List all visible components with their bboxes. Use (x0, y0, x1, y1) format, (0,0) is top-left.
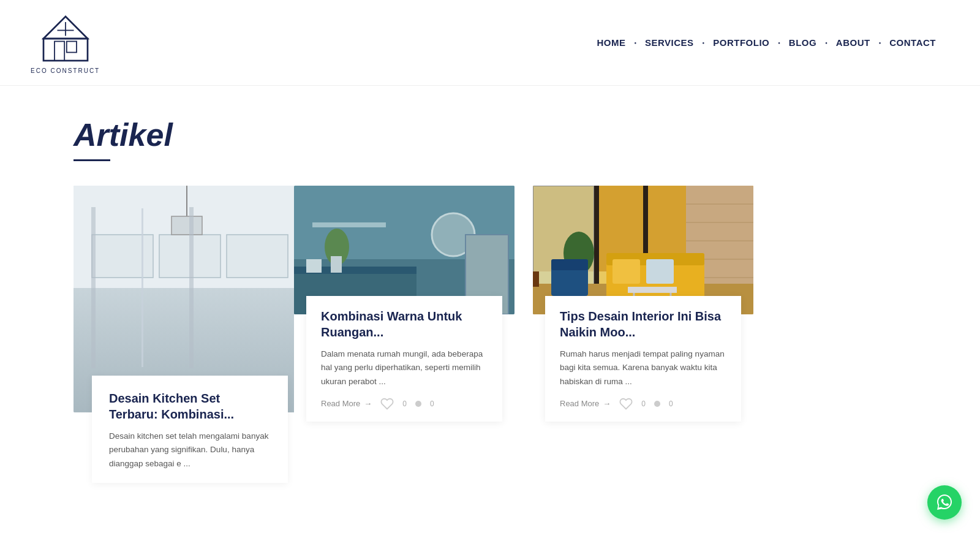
svg-rect-37 (331, 256, 342, 273)
arrow-icon-3: → (603, 399, 611, 408)
svg-rect-53 (612, 259, 640, 284)
nav-services[interactable]: SERVICES (638, 32, 701, 53)
card-image-3 (533, 186, 753, 314)
card-2-excerpt: Dalam menata rumah mungil, ada beberapa … (321, 347, 488, 388)
nav-dot-3: ● (778, 41, 780, 45)
svg-rect-24 (208, 363, 224, 366)
svg-rect-17 (172, 216, 202, 235)
header: ECO CONSTRUCT HOME ● SERVICES ● PORTFOLI… (0, 0, 980, 86)
svg-rect-20 (153, 363, 168, 366)
card-1-excerpt: Desain kitchen set telah mengalami banya… (109, 430, 271, 471)
heart-icon-3[interactable] (619, 397, 633, 411)
read-more-btn-3[interactable]: Read More → (560, 399, 611, 408)
nav-dot-2: ● (703, 41, 705, 45)
nav-dot-5: ● (879, 41, 881, 45)
page-title: Artikel (74, 116, 943, 153)
like-count-3: 0 (641, 400, 646, 408)
article-card-3: Tips Desain Interior Ini Bisa Naikin Moo… (533, 186, 766, 422)
article-card-1: Desain Kitchen Set Terbaru: Kombinasi...… (74, 186, 306, 483)
svg-rect-60 (628, 287, 677, 293)
nav-about[interactable]: ABOUT (829, 32, 878, 53)
svg-rect-0 (43, 39, 88, 61)
nav-blog[interactable]: BLOG (782, 32, 824, 53)
logo-text: ECO CONSTRUCT (31, 67, 100, 74)
svg-rect-3 (66, 42, 76, 53)
card-3-title: Tips Desain Interior Ini Bisa Naikin Moo… (560, 308, 726, 340)
nav: HOME ● SERVICES ● PORTFOLIO ● BLOG ● ABO… (589, 32, 943, 53)
svg-rect-22 (181, 363, 196, 366)
card-3-text: Tips Desain Interior Ini Bisa Naikin Moo… (545, 296, 741, 422)
nav-dot-4: ● (825, 41, 827, 45)
svg-rect-2 (55, 42, 64, 61)
nav-home[interactable]: HOME (589, 32, 633, 53)
svg-rect-10 (159, 235, 221, 278)
articles-grid: Desain Kitchen Set Terbaru: Kombinasi...… (74, 186, 943, 483)
card-2-footer: Read More → 0 0 (321, 397, 488, 411)
nav-dot-1: ● (634, 41, 636, 45)
card-2-text: Kombinasi Warna Untuk Ruangan... Dalam m… (306, 296, 502, 422)
svg-rect-13 (86, 327, 288, 336)
comment-count-2: 0 (430, 400, 434, 408)
title-underline (74, 159, 110, 161)
main-content: Artikel (0, 86, 980, 520)
logo-area: ECO CONSTRUCT (31, 11, 100, 74)
card-1-title: Desain Kitchen Set Terbaru: Kombinasi... (109, 390, 271, 422)
dot-icon-3 (654, 401, 660, 407)
card-image-2 (294, 186, 514, 314)
svg-rect-56 (533, 271, 539, 287)
arrow-icon-2: → (364, 399, 372, 408)
svg-rect-9 (92, 235, 153, 278)
svg-rect-18 (251, 296, 288, 376)
svg-rect-54 (646, 259, 674, 284)
dot-icon-2 (415, 401, 421, 407)
whatsapp-fab[interactable] (927, 485, 962, 520)
room-svg-3 (533, 186, 753, 314)
logo-icon (38, 11, 93, 66)
card-1-text: Desain Kitchen Set Terbaru: Kombinasi...… (92, 376, 288, 483)
svg-rect-59 (551, 259, 588, 270)
svg-rect-36 (306, 259, 322, 273)
whatsapp-icon (935, 493, 954, 512)
card-3-footer: Read More → 0 0 (560, 397, 726, 411)
heart-icon-2[interactable] (380, 397, 394, 411)
read-more-btn-2[interactable]: Read More → (321, 399, 372, 408)
article-card-2: Kombinasi Warna Untuk Ruangan... Dalam m… (294, 186, 527, 422)
room-svg-2 (294, 186, 514, 314)
nav-portfolio[interactable]: PORTFOLIO (706, 32, 777, 53)
comment-count-3: 0 (669, 400, 673, 408)
card-3-excerpt: Rumah harus menjadi tempat paling nyaman… (560, 347, 726, 388)
nav-contact[interactable]: CONTACT (882, 32, 943, 53)
svg-rect-29 (312, 222, 386, 227)
like-count-2: 0 (402, 400, 407, 408)
card-2-title: Kombinasi Warna Untuk Ruangan... (321, 308, 488, 340)
svg-rect-11 (227, 235, 288, 278)
